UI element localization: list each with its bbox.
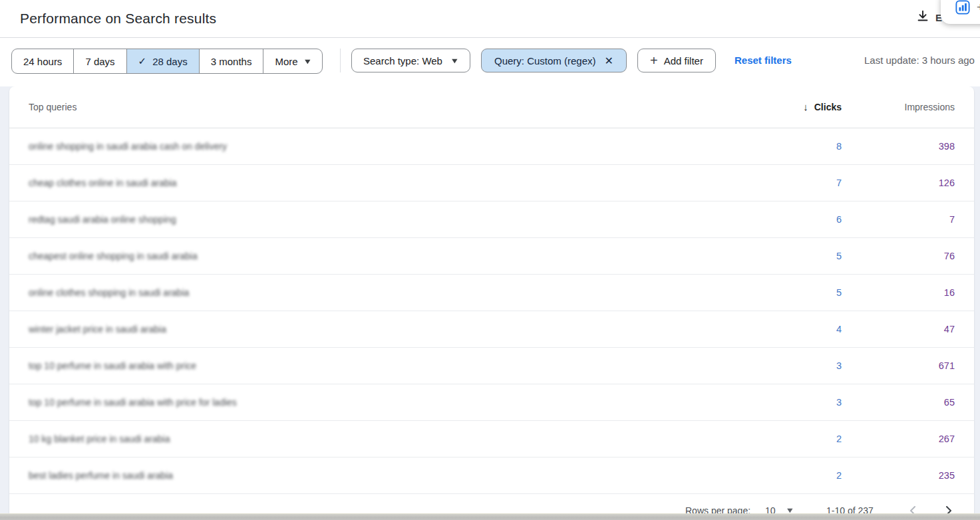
search-type-filter-chip[interactable]: Search type: Web ▼: [351, 49, 470, 72]
extension-popup: +: [941, 0, 980, 24]
filter-bar: 24 hours 7 days ✓ 28 days 3 months More …: [0, 37, 980, 86]
close-icon[interactable]: ✕: [605, 55, 613, 67]
clicks-cell: 2: [836, 470, 842, 481]
bar-chart-icon[interactable]: [955, 0, 970, 17]
query-cell: winter jacket price in saudi arabia: [29, 324, 166, 334]
table-row[interactable]: online shopping in saudi arabia cash on …: [9, 128, 974, 165]
impressions-cell: 47: [944, 324, 955, 334]
queries-table-card: Top queries ↓Clicks Impressions online s…: [9, 86, 974, 520]
table-header: Top queries ↓Clicks Impressions: [9, 86, 974, 128]
column-header-impressions[interactable]: Impressions: [905, 86, 955, 128]
query-cell: cheap clothes online in saudi arabia: [29, 178, 177, 188]
clicks-cell: 7: [836, 178, 842, 188]
impressions-cell: 267: [939, 434, 955, 444]
window-bottom-edge: [0, 513, 980, 520]
query-cell: 10 kg blanket price in saudi arabia: [29, 434, 170, 444]
query-cell: best ladies perfume in saudi arabia: [29, 470, 173, 481]
range-label: 28 days: [152, 56, 188, 67]
range-7-days[interactable]: 7 days: [73, 49, 126, 73]
query-cell: cheapest online shopping in saudi arabia: [29, 251, 198, 261]
table-row[interactable]: online clothes shopping in saudi arabia …: [9, 275, 974, 311]
add-filter-label: Add filter: [664, 55, 703, 66]
table-row[interactable]: top 10 perfume in saudi arabia with pric…: [9, 384, 974, 421]
table-body: online shopping in saudi arabia cash on …: [9, 128, 974, 494]
impressions-cell: 76: [944, 251, 955, 261]
table-row[interactable]: top 10 perfume in saudi arabia with pric…: [9, 348, 974, 384]
impressions-cell: 235: [939, 470, 955, 481]
clicks-cell: 4: [836, 324, 842, 334]
clicks-cell: 5: [836, 251, 842, 261]
popup-plus-icon[interactable]: +: [977, 0, 980, 15]
impressions-cell: 7: [949, 214, 955, 225]
range-label: 24 hours: [23, 56, 62, 67]
sort-desc-icon: ↓: [803, 101, 808, 112]
search-type-label: Search type: Web: [363, 55, 442, 66]
table-row[interactable]: redtag saudi arabia online shopping 6 7: [9, 201, 974, 238]
query-cell: top 10 perfume in saudi arabia with pric…: [29, 397, 237, 408]
download-icon: [915, 9, 930, 26]
check-icon: ✓: [138, 55, 147, 67]
clicks-cell: 3: [836, 360, 842, 371]
clicks-cell: 8: [836, 141, 842, 152]
clicks-header-label: Clicks: [814, 102, 842, 112]
clicks-cell: 6: [836, 214, 842, 225]
search-console-performance-page: Performance on Search results E + 24: [0, 0, 980, 520]
date-range-group: 24 hours 7 days ✓ 28 days 3 months More …: [11, 49, 323, 74]
query-cell: online clothes shopping in saudi arabia: [29, 287, 189, 298]
column-header-top-queries: Top queries: [29, 86, 77, 128]
table-row[interactable]: cheap clothes online in saudi arabia 7 1…: [9, 165, 974, 201]
clicks-cell: 5: [836, 287, 842, 298]
chevron-down-icon: ▼: [450, 57, 459, 65]
table-row[interactable]: winter jacket price in saudi arabia 4 47: [9, 311, 974, 348]
impressions-cell: 398: [939, 141, 955, 152]
plus-icon: +: [650, 53, 658, 68]
query-cell: top 10 perfume in saudi arabia with pric…: [29, 360, 196, 371]
query-filter-chip[interactable]: Query: Custom (regex) ✕: [481, 49, 627, 72]
range-label: 7 days: [85, 56, 114, 67]
query-cell: online shopping in saudi arabia cash on …: [29, 141, 227, 152]
range-label: 3 months: [211, 56, 252, 67]
range-3-months[interactable]: 3 months: [199, 49, 263, 73]
table-row[interactable]: cheapest online shopping in saudi arabia…: [9, 238, 974, 275]
page-title: Performance on Search results: [20, 0, 216, 37]
query-filter-label: Query: Custom (regex): [494, 55, 596, 66]
column-header-clicks[interactable]: ↓Clicks: [803, 86, 842, 128]
chevron-down-icon: ▼: [303, 57, 312, 65]
range-24-hours[interactable]: 24 hours: [12, 49, 73, 73]
impressions-cell: 16: [944, 287, 955, 298]
range-more-dropdown[interactable]: More ▼: [263, 49, 322, 73]
impressions-cell: 126: [939, 178, 955, 188]
add-filter-button[interactable]: + Add filter: [637, 49, 716, 72]
reset-filters-link[interactable]: Reset filters: [735, 49, 792, 72]
table-row[interactable]: best ladies perfume in saudi arabia 2 23…: [9, 457, 974, 494]
last-update-text: Last update: 3 hours ago: [864, 49, 975, 72]
range-label: More: [275, 56, 297, 67]
impressions-cell: 65: [944, 397, 955, 408]
table-row[interactable]: 10 kg blanket price in saudi arabia 2 26…: [9, 421, 974, 457]
title-bar: Performance on Search results E: [0, 0, 980, 38]
range-28-days[interactable]: ✓ 28 days: [126, 49, 199, 73]
filter-divider: [340, 49, 341, 72]
impressions-cell: 671: [939, 360, 955, 371]
clicks-cell: 3: [836, 397, 842, 408]
clicks-cell: 2: [836, 434, 842, 444]
query-cell: redtag saudi arabia online shopping: [29, 214, 176, 225]
